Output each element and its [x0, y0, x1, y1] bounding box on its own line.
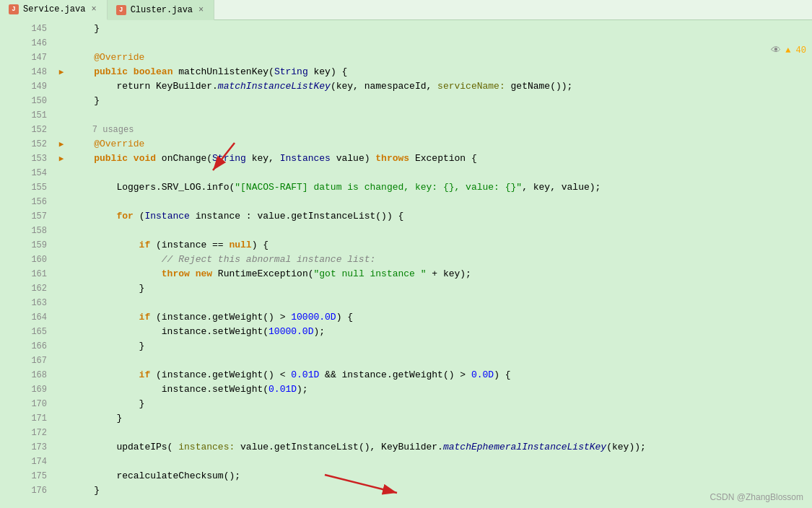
line-number: 161	[0, 267, 54, 281]
line-row: 170 }	[0, 397, 812, 411]
line-row: 171 }	[0, 411, 812, 426]
line-number: 154	[0, 166, 54, 180]
line-row: 158	[0, 224, 812, 238]
line-number: 167	[0, 354, 54, 368]
line-row: 161 throw new RuntimeException("got null…	[0, 267, 812, 281]
line-row: 160 // Reject this abnormal instance lis…	[0, 253, 812, 267]
line-code: // Reject this abnormal instance list:	[69, 253, 812, 267]
line-row: 145 }	[0, 22, 812, 36]
line-number: 162	[0, 281, 54, 296]
line-number: 152	[0, 137, 54, 152]
line-number: 150	[0, 94, 54, 108]
line-row: 149 return KeyBuilder.matchInstanceListK…	[0, 79, 812, 94]
line-code: }	[69, 339, 812, 354]
breakpoint-icon-3: ▶	[54, 152, 69, 166]
tab-service-close[interactable]: ×	[90, 4, 97, 14]
line-code: }	[69, 94, 812, 108]
line-row: 166 }	[0, 339, 812, 354]
line-code: public void onChange(String key, Instanc…	[69, 152, 812, 166]
line-row: 162 }	[0, 281, 812, 296]
line-number: 163	[0, 296, 54, 310]
line-number: 173	[0, 440, 54, 455]
line-row: 176 }	[0, 483, 812, 498]
line-code: public boolean matchUnlistenKey(String k…	[69, 65, 812, 79]
line-row: 155 Loggers.SRV_LOG.info("[NACOS-RAFT] d…	[0, 180, 812, 195]
line-number: 156	[0, 195, 54, 209]
breakpoint-icon-2: ▶	[54, 137, 69, 152]
line-number: 166	[0, 339, 54, 354]
tab-cluster-label: Cluster.java	[131, 5, 193, 15]
line-code: return KeyBuilder.matchInstanceListKey(k…	[69, 79, 812, 94]
line-row: 147 @Override	[0, 51, 812, 65]
line-row: 146	[0, 36, 812, 51]
line-number: 170	[0, 397, 54, 411]
tab-service-label: Service.java	[23, 4, 85, 14]
line-row: 151	[0, 108, 812, 123]
line-number: 147	[0, 51, 54, 65]
line-number: 171	[0, 411, 54, 426]
tab-service-java[interactable]: J Service.java ×	[0, 0, 108, 20]
line-row: 174	[0, 455, 812, 469]
line-code: updateIPs( instances: value.getInstanceL…	[69, 440, 812, 455]
line-row: 167	[0, 354, 812, 368]
line-code: recalculateChecksum();	[69, 469, 812, 483]
line-number: 174	[0, 455, 54, 469]
line-code: if (instance.getWeight() > 10000.0D) {	[69, 310, 812, 325]
tab-cluster-java[interactable]: J Cluster.java ×	[108, 0, 215, 20]
line-number: 155	[0, 180, 54, 195]
line-code: throw new RuntimeException("got null ins…	[69, 267, 812, 281]
line-code: instance.setWeight(0.01D);	[69, 382, 812, 397]
line-code: if (instance.getWeight() < 0.01D && inst…	[69, 368, 812, 382]
line-row: 165 instance.setWeight(10000.0D);	[0, 325, 812, 339]
tab-cluster-close[interactable]: ×	[197, 5, 205, 15]
line-row: 159 if (instance == null) {	[0, 238, 812, 253]
line-number: 148	[0, 65, 54, 79]
line-number: 145	[0, 22, 54, 36]
line-row: 153 ▶ public void onChange(String key, I…	[0, 152, 812, 166]
editor-area: 👁 ▲ 40 145 } 146 147 @Override 148 ▶ p	[0, 20, 812, 508]
line-number: 146	[0, 36, 54, 51]
line-code: }	[69, 483, 812, 498]
line-number: 158	[0, 224, 54, 238]
line-row: 168 if (instance.getWeight() < 0.01D && …	[0, 368, 812, 382]
line-code: }	[69, 411, 812, 426]
line-code: Loggers.SRV_LOG.info("[NACOS-RAFT] datum…	[69, 180, 812, 195]
line-code: instance.setWeight(10000.0D);	[69, 325, 812, 339]
line-number: 159	[0, 238, 54, 253]
tab-bar: J Service.java × J Cluster.java ×	[0, 0, 812, 20]
line-row: 169 instance.setWeight(0.01D);	[0, 382, 812, 397]
line-number: 168	[0, 368, 54, 382]
line-row: 172	[0, 426, 812, 440]
line-row: 150 }	[0, 94, 812, 108]
line-row: 173 updateIPs( instances: value.getInsta…	[0, 440, 812, 455]
line-number: 165	[0, 325, 54, 339]
line-code: if (instance == null) {	[69, 238, 812, 253]
breakpoint-icon: ▶	[54, 65, 69, 79]
java-file-icon: J	[9, 4, 19, 14]
line-row: 157 for (Instance instance : value.getIn…	[0, 209, 812, 224]
line-row: 164 if (instance.getWeight() > 10000.0D)…	[0, 310, 812, 325]
line-number: 172	[0, 426, 54, 440]
line-number: 151	[0, 108, 54, 123]
line-code: @Override	[69, 51, 812, 65]
line-number: 160	[0, 253, 54, 267]
line-code: for (Instance instance : value.getInstan…	[69, 209, 812, 224]
line-row: 154	[0, 166, 812, 180]
line-number: 164	[0, 310, 54, 325]
line-row: 148 ▶ public boolean matchUnlistenKey(St…	[0, 65, 812, 79]
line-code: 7 usages	[69, 123, 812, 137]
watermark: CSDN @ZhangBlossom	[710, 492, 803, 502]
line-row: 156	[0, 195, 812, 209]
line-number: 149	[0, 79, 54, 94]
line-number: 176	[0, 483, 54, 498]
line-code: @Override	[69, 137, 812, 152]
line-number: 169	[0, 382, 54, 397]
line-row: 175 recalculateChecksum();	[0, 469, 812, 483]
line-row: 152 7 usages	[0, 123, 812, 137]
line-code: }	[69, 22, 812, 36]
line-number: 153	[0, 152, 54, 166]
line-code: }	[69, 397, 812, 411]
line-row: 163	[0, 296, 812, 310]
code-content: 145 } 146 147 @Override 148 ▶ public boo…	[0, 20, 812, 508]
line-number: 175	[0, 469, 54, 483]
